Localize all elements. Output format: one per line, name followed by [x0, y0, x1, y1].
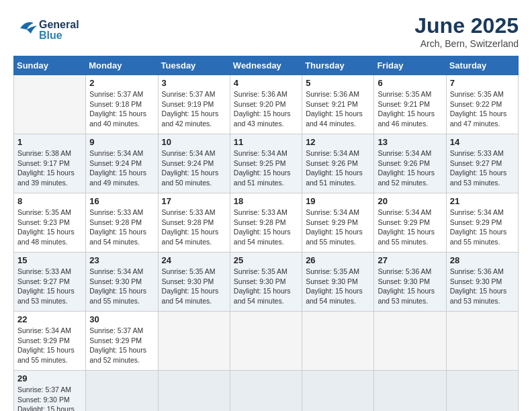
sunset-text: Sunset: 9:27 PM: [450, 159, 502, 167]
calendar-cell: 22Sunrise: 5:34 AMSunset: 9:29 PMDayligh…: [14, 312, 86, 371]
logo: General Blue: [13, 13, 94, 47]
sunset-text: Sunset: 9:30 PM: [378, 277, 430, 285]
sunrise-text: Sunrise: 5:37 AM: [162, 90, 216, 98]
day-info: Sunrise: 5:36 AMSunset: 9:30 PMDaylight:…: [378, 267, 442, 306]
calendar-cell: [302, 371, 374, 412]
calendar-cell: 30Sunrise: 5:37 AMSunset: 9:29 PMDayligh…: [86, 312, 158, 371]
day-info: Sunrise: 5:36 AMSunset: 9:30 PMDaylight:…: [450, 267, 515, 306]
calendar-cell: 16Sunrise: 5:33 AMSunset: 9:28 PMDayligh…: [86, 193, 158, 253]
daylight-text: Daylight: 15 hours and 55 minutes.: [17, 346, 75, 364]
calendar-cell: 3Sunrise: 5:37 AMSunset: 9:19 PMDaylight…: [158, 75, 230, 134]
day-info: Sunrise: 5:35 AMSunset: 9:30 PMDaylight:…: [306, 267, 370, 306]
daylight-text: Daylight: 15 hours and 42 minutes.: [162, 109, 219, 128]
calendar-cell: 17Sunrise: 5:33 AMSunset: 9:28 PMDayligh…: [158, 193, 230, 253]
day-number: 20: [378, 196, 442, 206]
sunrise-text: Sunrise: 5:38 AM: [17, 149, 71, 157]
sunrise-text: Sunrise: 5:35 AM: [162, 267, 216, 275]
calendar-cell: 13Sunrise: 5:34 AMSunset: 9:26 PMDayligh…: [374, 134, 446, 193]
day-number: 30: [89, 314, 154, 324]
svg-text:General: General: [39, 19, 79, 30]
sunset-text: Sunset: 9:18 PM: [89, 100, 142, 108]
calendar-cell: 23Sunrise: 5:34 AMSunset: 9:30 PMDayligh…: [86, 253, 158, 312]
sunrise-text: Sunrise: 5:37 AM: [17, 385, 71, 394]
sunset-text: Sunset: 9:17 PM: [17, 159, 70, 167]
sunset-text: Sunset: 9:22 PM: [450, 100, 502, 108]
daylight-text: Daylight: 15 hours and 54 minutes.: [162, 228, 219, 246]
calendar-cell: 20Sunrise: 5:34 AMSunset: 9:29 PMDayligh…: [374, 193, 446, 253]
sunrise-text: Sunrise: 5:34 AM: [89, 267, 143, 275]
day-info: Sunrise: 5:34 AMSunset: 9:25 PMDaylight:…: [234, 148, 298, 188]
day-info: Sunrise: 5:34 AMSunset: 9:29 PMDaylight:…: [378, 208, 442, 247]
logo-svg: General Blue: [13, 13, 94, 47]
sunrise-text: Sunrise: 5:35 AM: [306, 267, 359, 275]
sunset-text: Sunset: 9:26 PM: [378, 159, 430, 167]
day-number: 18: [234, 196, 298, 206]
calendar-cell: [230, 371, 302, 412]
sunset-text: Sunset: 9:26 PM: [306, 159, 358, 167]
daylight-text: Daylight: 15 hours and 52 minutes.: [89, 346, 146, 364]
daylight-text: Daylight: 15 hours and 48 minutes.: [17, 228, 75, 246]
day-info: Sunrise: 5:35 AMSunset: 9:22 PMDaylight:…: [450, 89, 515, 129]
calendar-cell: 19Sunrise: 5:34 AMSunset: 9:29 PMDayligh…: [302, 193, 374, 253]
day-number: 4: [234, 78, 298, 88]
sunrise-text: Sunrise: 5:36 AM: [234, 90, 287, 98]
calendar-cell: 11Sunrise: 5:34 AMSunset: 9:25 PMDayligh…: [230, 134, 302, 193]
daylight-text: Daylight: 15 hours and 55 minutes.: [89, 287, 146, 305]
day-info: Sunrise: 5:34 AMSunset: 9:26 PMDaylight:…: [378, 148, 442, 188]
daylight-text: Daylight: 15 hours and 54 minutes.: [234, 228, 291, 246]
sunrise-text: Sunrise: 5:34 AM: [306, 208, 359, 216]
day-number: 25: [234, 255, 298, 265]
day-number: 21: [450, 196, 515, 206]
day-info: Sunrise: 5:35 AMSunset: 9:21 PMDaylight:…: [378, 89, 442, 129]
day-info: Sunrise: 5:37 AMSunset: 9:18 PMDaylight:…: [89, 89, 154, 129]
sunset-text: Sunset: 9:30 PM: [162, 277, 214, 285]
daylight-text: Daylight: 15 hours and 53 minutes.: [450, 169, 507, 187]
calendar-cell: 24Sunrise: 5:35 AMSunset: 9:30 PMDayligh…: [158, 253, 230, 312]
calendar-title: June 2025: [414, 13, 519, 38]
sunrise-text: Sunrise: 5:34 AM: [378, 208, 431, 216]
sunrise-text: Sunrise: 5:35 AM: [378, 90, 431, 98]
day-info: Sunrise: 5:37 AMSunset: 9:19 PMDaylight:…: [162, 89, 226, 129]
calendar-week-row: 29Sunrise: 5:37 AMSunset: 9:30 PMDayligh…: [14, 371, 519, 412]
daylight-text: Daylight: 15 hours and 46 minutes.: [378, 109, 435, 128]
day-number: 8: [17, 196, 82, 206]
daylight-text: Daylight: 15 hours and 54 minutes.: [89, 228, 146, 246]
sunset-text: Sunset: 9:20 PM: [234, 100, 286, 108]
sunrise-text: Sunrise: 5:36 AM: [378, 267, 431, 275]
sunrise-text: Sunrise: 5:33 AM: [17, 267, 71, 275]
sunrise-text: Sunrise: 5:35 AM: [17, 208, 71, 216]
sunrise-text: Sunrise: 5:37 AM: [89, 90, 143, 98]
day-number: 26: [306, 255, 370, 265]
day-info: Sunrise: 5:35 AMSunset: 9:30 PMDaylight:…: [234, 267, 298, 306]
daylight-text: Daylight: 15 hours and 49 minutes.: [89, 169, 146, 187]
day-number: 12: [306, 137, 370, 147]
calendar-header-row: SundayMondayTuesdayWednesdayThursdayFrid…: [14, 56, 519, 75]
col-header-friday: Friday: [374, 56, 446, 75]
sunset-text: Sunset: 9:30 PM: [234, 277, 286, 285]
daylight-text: Daylight: 15 hours and 53 minutes.: [17, 287, 75, 305]
day-number: 29: [17, 373, 82, 383]
calendar-cell: 15Sunrise: 5:33 AMSunset: 9:27 PMDayligh…: [14, 253, 86, 312]
daylight-text: Daylight: 15 hours and 52 minutes.: [17, 405, 75, 411]
day-info: Sunrise: 5:37 AMSunset: 9:30 PMDaylight:…: [17, 385, 82, 411]
calendar-cell: [446, 312, 518, 371]
calendar-cell: 28Sunrise: 5:36 AMSunset: 9:30 PMDayligh…: [446, 253, 518, 312]
sunrise-text: Sunrise: 5:37 AM: [89, 326, 143, 334]
sunrise-text: Sunrise: 5:36 AM: [306, 90, 359, 98]
day-info: Sunrise: 5:35 AMSunset: 9:30 PMDaylight:…: [162, 267, 226, 306]
col-header-saturday: Saturday: [446, 56, 518, 75]
calendar-cell: [86, 371, 158, 412]
sunrise-text: Sunrise: 5:34 AM: [378, 149, 431, 157]
day-info: Sunrise: 5:38 AMSunset: 9:17 PMDaylight:…: [17, 148, 82, 188]
sunrise-text: Sunrise: 5:34 AM: [162, 149, 216, 157]
sunrise-text: Sunrise: 5:34 AM: [306, 149, 359, 157]
sunrise-text: Sunrise: 5:34 AM: [450, 208, 504, 216]
header: General Blue June 2025 Arch, Bern, Switz…: [13, 13, 519, 49]
sunset-text: Sunset: 9:19 PM: [162, 100, 214, 108]
day-number: 16: [89, 196, 154, 206]
sunset-text: Sunset: 9:29 PM: [17, 336, 70, 345]
sunset-text: Sunset: 9:27 PM: [17, 277, 70, 285]
day-number: 9: [89, 137, 154, 147]
sunset-text: Sunset: 9:21 PM: [306, 100, 358, 108]
sunset-text: Sunset: 9:21 PM: [378, 100, 430, 108]
